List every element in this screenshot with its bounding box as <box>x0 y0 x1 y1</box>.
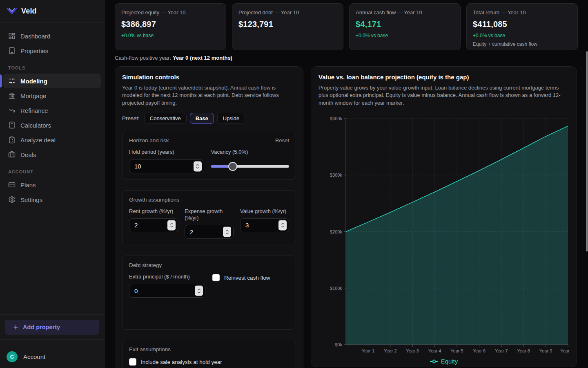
chevron-down-icon <box>196 167 199 169</box>
building-icon <box>8 47 16 54</box>
sidebar-item-plans[interactable]: Plans <box>3 177 101 192</box>
sidebar-footer: Add property <box>0 314 104 339</box>
add-property-button[interactable]: Add property <box>5 320 99 334</box>
reset-link[interactable]: Reset <box>275 137 289 144</box>
include-sale-analysis-checkbox[interactable] <box>129 358 136 366</box>
briefcase-icon <box>8 151 16 158</box>
stat-value: $386,897 <box>121 20 220 29</box>
trending-down-icon <box>8 107 16 114</box>
chevron-down-icon <box>225 232 229 234</box>
chart-title: Value vs. loan balance projection (equit… <box>318 74 569 81</box>
sidebar-item-refinance[interactable]: Refinance <box>3 103 101 118</box>
sidebar-item-label: Modeling <box>20 78 47 85</box>
sidebar-item-mortgage[interactable]: Mortgage <box>3 88 101 103</box>
svg-text:Year 9: Year 9 <box>539 348 552 353</box>
account-label: Account <box>23 353 45 360</box>
stat-value: $123,791 <box>238 20 337 29</box>
sidebar-item-deals[interactable]: Deals <box>3 147 101 162</box>
svg-text:$100k: $100k <box>330 286 342 291</box>
stat-delta: +0.0% vs base <box>356 33 454 38</box>
page-scrollbar[interactable] <box>586 51 588 251</box>
sidebar-item-dashboard[interactable]: Dashboard <box>3 29 101 43</box>
sidebar-section-tools: TOOLS <box>8 65 96 70</box>
sidebar-nav: Dashboard Properties TOOLS Modeling Mort… <box>0 23 104 314</box>
chevron-up-icon <box>197 288 201 290</box>
extra-principal-input[interactable] <box>129 284 205 298</box>
vacancy-slider-thumb[interactable] <box>228 162 237 171</box>
preset-upside-button[interactable]: Upside <box>217 113 245 124</box>
stat-title: Annual cash flow — Year 10 <box>356 9 454 16</box>
projection-chart[interactable]: $0k$100k$200k$300k$400kYear 1Year 2Year … <box>318 112 570 354</box>
preset-conservative-button[interactable]: Conservative <box>144 113 187 124</box>
rent-growth-label: Rent growth (%/yr) <box>129 208 178 215</box>
vacancy-slider[interactable] <box>211 159 289 173</box>
chevron-up-icon <box>281 223 285 225</box>
chevron-up-icon <box>196 164 199 166</box>
stats-row: Projected equity — Year 10 $386,897 +0.0… <box>115 3 578 50</box>
svg-text:Year 6: Year 6 <box>473 348 486 353</box>
svg-text:Year 1: Year 1 <box>362 348 374 353</box>
legend-equity-icon <box>430 359 438 364</box>
svg-text:Year 10: Year 10 <box>560 348 570 353</box>
clipboard-icon <box>8 136 16 144</box>
growth-assumptions-card: Growth assumptions Rent growth (%/yr) <box>122 190 296 246</box>
stepper-buttons[interactable] <box>278 220 287 230</box>
svg-text:Year 5: Year 5 <box>450 348 463 353</box>
hold-period-input[interactable] <box>129 159 204 173</box>
stat-card-annual-cash-flow: Annual cash flow — Year 10 $4,171 +0.0% … <box>349 3 461 50</box>
chart-legend[interactable]: Equity <box>318 358 569 365</box>
vacancy-label: Vacancy (5.0%) <box>211 149 289 155</box>
stat-title: Projected debt — Year 10 <box>238 9 337 16</box>
stepper-buttons[interactable] <box>194 161 202 171</box>
slider-track <box>211 165 289 168</box>
debt-strategy-card: Debt strategy Extra principal ($ / month… <box>122 256 296 330</box>
sidebar-item-label: Mortgage <box>20 92 46 99</box>
sidebar-item-calculators[interactable]: Calculators <box>3 118 101 132</box>
credit-card-icon <box>8 181 16 188</box>
hold-period-label: Hold period (years) <box>129 149 204 155</box>
preset-base-button[interactable]: Base <box>190 113 214 124</box>
svg-text:Year 2: Year 2 <box>384 348 396 353</box>
veld-logo-icon <box>7 7 17 16</box>
debt-title: Debt strategy <box>129 262 162 268</box>
bank-icon <box>8 92 16 99</box>
preset-row: Preset: Conservative Base Upside <box>122 113 296 124</box>
stepper-buttons[interactable] <box>223 227 231 237</box>
chevron-down-icon <box>281 226 285 228</box>
stepper-buttons[interactable] <box>195 286 203 296</box>
stat-value: $411,085 <box>473 20 571 29</box>
projection-chart-panel: Value vs. loan balance projection (equit… <box>311 66 577 367</box>
svg-text:$400k: $400k <box>330 116 342 121</box>
sidebar-item-label: Plans <box>20 182 36 188</box>
stat-delta: +0.0% vs base <box>121 33 220 38</box>
sidebar-item-label: Refinance <box>20 107 48 114</box>
panel-description: Year 0 is today (current value/debt snap… <box>122 84 296 107</box>
extra-principal-label: Extra principal ($ / month) <box>129 274 205 280</box>
cashflow-positive-note: Cash-flow positive year:Year 0 (next 12 … <box>115 55 578 61</box>
account-button[interactable]: C Account <box>0 339 104 368</box>
stat-card-projected-equity: Projected equity — Year 10 $386,897 +0.0… <box>115 3 226 50</box>
sidebar-item-analyze-deal[interactable]: Analyze deal <box>3 132 101 147</box>
sidebar-item-label: Calculators <box>20 122 51 129</box>
add-property-label: Add property <box>23 324 60 330</box>
svg-text:Year 8: Year 8 <box>517 348 530 353</box>
sidebar-item-modeling[interactable]: Modeling <box>3 74 101 88</box>
sidebar-section-account: ACCOUNT <box>8 169 96 174</box>
stat-card-projected-debt: Projected debt — Year 10 $123,791 <box>232 3 343 50</box>
dashboard-icon <box>8 32 16 40</box>
simulation-controls-panel: Simulation controls Year 0 is today (cur… <box>115 66 303 368</box>
cashflow-value: Year 0 (next 12 months) <box>173 55 232 61</box>
avatar: C <box>7 351 18 362</box>
stepper-buttons[interactable] <box>167 220 176 230</box>
sidebar-item-properties[interactable]: Properties <box>3 43 101 58</box>
svg-text:$0k: $0k <box>335 342 342 347</box>
stat-title: Total return — Year 10 <box>473 9 571 16</box>
reinvest-cash-flow-checkbox[interactable] <box>212 274 220 281</box>
horizon-risk-title: Horizon and risk <box>129 137 169 144</box>
sliders-icon <box>8 77 16 85</box>
sidebar-item-label: Properties <box>20 47 48 54</box>
chevron-up-icon <box>225 229 229 231</box>
chart-description: Property value grows by your value-growt… <box>318 84 569 107</box>
brand: Veld <box>0 0 104 23</box>
sidebar-item-settings[interactable]: Settings <box>3 192 101 207</box>
